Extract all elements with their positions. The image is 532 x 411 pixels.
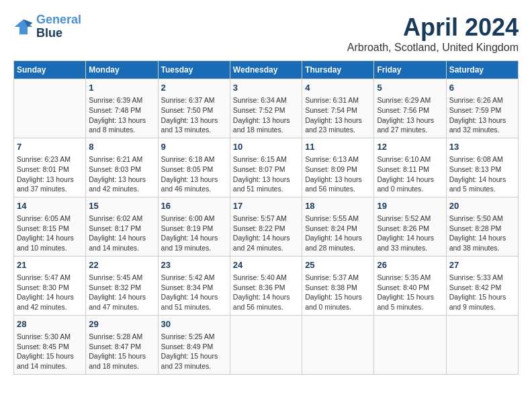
- day-number: 21: [17, 259, 83, 271]
- calendar-cell: 22Sunrise: 5:45 AM Sunset: 8:32 PM Dayli…: [86, 256, 158, 315]
- calendar-cell: 30Sunrise: 5:25 AM Sunset: 8:49 PM Dayli…: [158, 315, 230, 374]
- day-info: Sunrise: 6:23 AM Sunset: 8:01 PM Dayligh…: [17, 154, 83, 194]
- day-number: 8: [89, 141, 154, 153]
- day-info: Sunrise: 6:34 AM Sunset: 7:52 PM Dayligh…: [233, 95, 299, 135]
- column-header-sunday: Sunday: [14, 61, 86, 79]
- calendar-cell: 16Sunrise: 6:00 AM Sunset: 8:19 PM Dayli…: [158, 197, 230, 256]
- day-number: 6: [449, 82, 515, 94]
- calendar-cell: 23Sunrise: 5:42 AM Sunset: 8:34 PM Dayli…: [158, 256, 230, 315]
- calendar-cell: 3Sunrise: 6:34 AM Sunset: 7:52 PM Daylig…: [230, 79, 302, 138]
- day-number: 27: [449, 259, 515, 271]
- day-info: Sunrise: 5:57 AM Sunset: 8:22 PM Dayligh…: [233, 214, 299, 253]
- calendar-cell: 12Sunrise: 6:10 AM Sunset: 8:11 PM Dayli…: [374, 138, 446, 197]
- column-header-wednesday: Wednesday: [230, 61, 302, 79]
- calendar-week-row: 7Sunrise: 6:23 AM Sunset: 8:01 PM Daylig…: [14, 138, 519, 197]
- day-number: 25: [305, 259, 371, 271]
- day-info: Sunrise: 6:05 AM Sunset: 8:15 PM Dayligh…: [17, 214, 83, 253]
- calendar-cell: 24Sunrise: 5:40 AM Sunset: 8:36 PM Dayli…: [230, 256, 302, 315]
- day-info: Sunrise: 5:35 AM Sunset: 8:40 PM Dayligh…: [377, 273, 443, 312]
- day-info: Sunrise: 5:28 AM Sunset: 8:47 PM Dayligh…: [89, 332, 154, 371]
- day-number: 9: [161, 141, 227, 153]
- calendar-cell: 28Sunrise: 5:30 AM Sunset: 8:45 PM Dayli…: [14, 315, 86, 374]
- calendar-cell: 19Sunrise: 5:52 AM Sunset: 8:26 PM Dayli…: [374, 197, 446, 256]
- calendar-cell: [446, 315, 518, 374]
- day-info: Sunrise: 6:31 AM Sunset: 7:54 PM Dayligh…: [305, 95, 371, 135]
- day-info: Sunrise: 6:00 AM Sunset: 8:19 PM Dayligh…: [161, 214, 227, 253]
- day-number: 3: [233, 82, 299, 94]
- day-info: Sunrise: 5:40 AM Sunset: 8:36 PM Dayligh…: [233, 273, 299, 312]
- column-header-friday: Friday: [374, 61, 446, 79]
- calendar-cell: 1Sunrise: 6:39 AM Sunset: 7:48 PM Daylig…: [86, 79, 158, 138]
- day-number: 1: [89, 82, 154, 94]
- day-info: Sunrise: 5:30 AM Sunset: 8:45 PM Dayligh…: [17, 332, 83, 371]
- day-info: Sunrise: 5:45 AM Sunset: 8:32 PM Dayligh…: [89, 273, 154, 312]
- day-info: Sunrise: 6:08 AM Sunset: 8:13 PM Dayligh…: [449, 154, 515, 194]
- calendar-cell: 14Sunrise: 6:05 AM Sunset: 8:15 PM Dayli…: [14, 197, 86, 256]
- calendar-cell: [14, 79, 86, 138]
- day-number: 5: [377, 82, 443, 94]
- day-number: 16: [161, 200, 227, 212]
- day-info: Sunrise: 6:39 AM Sunset: 7:48 PM Dayligh…: [89, 95, 154, 135]
- calendar-cell: 25Sunrise: 5:37 AM Sunset: 8:38 PM Dayli…: [302, 256, 374, 315]
- calendar-cell: 10Sunrise: 6:15 AM Sunset: 8:07 PM Dayli…: [230, 138, 302, 197]
- day-number: 12: [377, 141, 443, 153]
- month-title: April 2024: [347, 13, 519, 42]
- page-header: General Blue April 2024 Arbroath, Scotla…: [13, 13, 519, 54]
- calendar-cell: 26Sunrise: 5:35 AM Sunset: 8:40 PM Dayli…: [374, 256, 446, 315]
- day-number: 17: [233, 200, 299, 212]
- calendar-week-row: 1Sunrise: 6:39 AM Sunset: 7:48 PM Daylig…: [14, 79, 519, 138]
- column-header-thursday: Thursday: [302, 61, 374, 79]
- title-block: April 2024 Arbroath, Scotland, United Ki…: [347, 13, 519, 54]
- column-header-monday: Monday: [86, 61, 158, 79]
- calendar-cell: 13Sunrise: 6:08 AM Sunset: 8:13 PM Dayli…: [446, 138, 518, 197]
- day-info: Sunrise: 6:02 AM Sunset: 8:17 PM Dayligh…: [89, 214, 154, 253]
- calendar-cell: 5Sunrise: 6:29 AM Sunset: 7:56 PM Daylig…: [374, 79, 446, 138]
- column-header-tuesday: Tuesday: [158, 61, 230, 79]
- day-number: 29: [89, 318, 154, 330]
- day-number: 2: [161, 82, 227, 94]
- calendar-cell: 29Sunrise: 5:28 AM Sunset: 8:47 PM Dayli…: [86, 315, 158, 374]
- calendar-cell: [230, 315, 302, 374]
- day-info: Sunrise: 5:55 AM Sunset: 8:24 PM Dayligh…: [305, 214, 371, 253]
- day-number: 7: [17, 141, 83, 153]
- day-info: Sunrise: 5:52 AM Sunset: 8:26 PM Dayligh…: [377, 214, 443, 253]
- calendar-cell: 6Sunrise: 6:26 AM Sunset: 7:59 PM Daylig…: [446, 79, 518, 138]
- location-title: Arbroath, Scotland, United Kingdom: [347, 42, 519, 54]
- calendar-cell: 27Sunrise: 5:33 AM Sunset: 8:42 PM Dayli…: [446, 256, 518, 315]
- day-info: Sunrise: 5:47 AM Sunset: 8:30 PM Dayligh…: [17, 273, 83, 312]
- calendar-week-row: 21Sunrise: 5:47 AM Sunset: 8:30 PM Dayli…: [14, 256, 519, 315]
- day-info: Sunrise: 5:37 AM Sunset: 8:38 PM Dayligh…: [305, 273, 371, 312]
- day-number: 30: [161, 318, 227, 330]
- day-number: 18: [305, 200, 371, 212]
- day-info: Sunrise: 6:26 AM Sunset: 7:59 PM Dayligh…: [449, 95, 515, 135]
- logo: General Blue: [13, 13, 81, 40]
- calendar-cell: 17Sunrise: 5:57 AM Sunset: 8:22 PM Dayli…: [230, 197, 302, 256]
- day-info: Sunrise: 5:33 AM Sunset: 8:42 PM Dayligh…: [449, 273, 515, 312]
- calendar-table: SundayMondayTuesdayWednesdayThursdayFrid…: [13, 60, 519, 375]
- day-number: 24: [233, 259, 299, 271]
- calendar-cell: 18Sunrise: 5:55 AM Sunset: 8:24 PM Dayli…: [302, 197, 374, 256]
- calendar-cell: [374, 315, 446, 374]
- day-info: Sunrise: 5:42 AM Sunset: 8:34 PM Dayligh…: [161, 273, 227, 312]
- calendar-cell: 11Sunrise: 6:13 AM Sunset: 8:09 PM Dayli…: [302, 138, 374, 197]
- day-number: 20: [449, 200, 515, 212]
- calendar-cell: [302, 315, 374, 374]
- calendar-cell: 21Sunrise: 5:47 AM Sunset: 8:30 PM Dayli…: [14, 256, 86, 315]
- calendar-cell: 9Sunrise: 6:18 AM Sunset: 8:05 PM Daylig…: [158, 138, 230, 197]
- calendar-cell: 20Sunrise: 5:50 AM Sunset: 8:28 PM Dayli…: [446, 197, 518, 256]
- calendar-cell: 8Sunrise: 6:21 AM Sunset: 8:03 PM Daylig…: [86, 138, 158, 197]
- calendar-header-row: SundayMondayTuesdayWednesdayThursdayFrid…: [14, 61, 519, 79]
- day-number: 28: [17, 318, 83, 330]
- day-info: Sunrise: 6:37 AM Sunset: 7:50 PM Dayligh…: [161, 95, 227, 135]
- day-number: 23: [161, 259, 227, 271]
- day-info: Sunrise: 6:13 AM Sunset: 8:09 PM Dayligh…: [305, 154, 371, 194]
- calendar-week-row: 28Sunrise: 5:30 AM Sunset: 8:45 PM Dayli…: [14, 315, 519, 374]
- day-number: 15: [89, 200, 154, 212]
- calendar-week-row: 14Sunrise: 6:05 AM Sunset: 8:15 PM Dayli…: [14, 197, 519, 256]
- day-number: 22: [89, 259, 154, 271]
- day-number: 19: [377, 200, 443, 212]
- calendar-cell: 7Sunrise: 6:23 AM Sunset: 8:01 PM Daylig…: [14, 138, 86, 197]
- day-number: 4: [305, 82, 371, 94]
- calendar-cell: 15Sunrise: 6:02 AM Sunset: 8:17 PM Dayli…: [86, 197, 158, 256]
- logo-icon: [13, 17, 34, 37]
